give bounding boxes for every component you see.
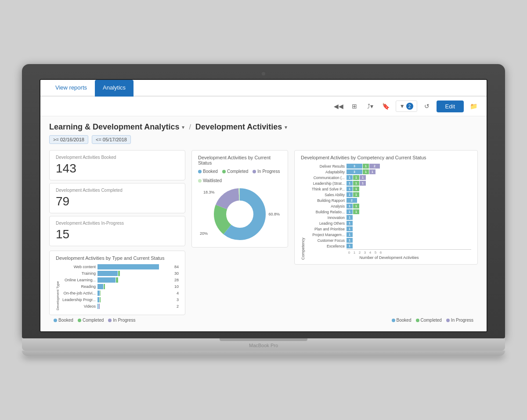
comp-legend-completed-dot: [416, 319, 419, 322]
svg-point-4: [227, 201, 253, 227]
competency-chart-body: Competency Deliver Results 3 1: [301, 164, 471, 260]
comp-row-sales: Sales Ability 1 1: [307, 192, 471, 197]
comp-seg-booked-lead: 1: [347, 181, 353, 186]
comp-name-analysis: Analysis: [307, 204, 347, 208]
comp-row-adapt: Adaptability 3 1 1: [307, 169, 471, 174]
breadcrumb-title-arrow[interactable]: ▾: [182, 124, 184, 130]
comp-seg-completed-building: 1: [353, 209, 359, 214]
comp-seg-booked-innovation: 1: [347, 215, 353, 220]
donut-svg: [211, 186, 268, 243]
competency-x-label: Number of Development Activities: [307, 255, 471, 260]
comp-chart-legend: Booked Completed In Progress: [392, 318, 473, 323]
comp-seg-booked-building: 1: [347, 209, 353, 214]
laptop-bottom: [22, 351, 505, 356]
tab-analytics[interactable]: Analytics: [95, 80, 134, 97]
legend-completed-label: Completed: [227, 169, 248, 174]
right-panel: Development Activities by Competency and…: [294, 150, 478, 315]
comp-legend-booked: Booked: [392, 318, 411, 323]
comp-seg-inprogress-adapt: 1: [369, 169, 375, 174]
comp-legend-booked-label: Booked: [397, 318, 411, 323]
laptop-base: MacBook Pro: [22, 338, 505, 351]
bar-row-training: Training 30: [61, 271, 179, 276]
comp-bars-excellence: 1: [347, 244, 353, 248]
comp-bars-lead: 1 1 1: [347, 181, 366, 186]
comp-seg-booked-deliver: 3: [347, 164, 362, 169]
metric-booked-value: 143: [56, 162, 179, 176]
comp-name-adapt: Adaptability: [307, 170, 347, 174]
bar-row-reading: Reading 10: [61, 284, 179, 289]
comp-row-deliver: Deliver Results 3 1 2: [307, 164, 471, 169]
date-filter-to[interactable]: <= 05/17/2018: [92, 135, 131, 144]
type-legend-inprogress-label: In Progress: [113, 318, 135, 323]
bar-label-online: Online Learning...: [61, 278, 96, 282]
bar-completed-online: [116, 277, 118, 283]
breadcrumb-title: Learning & Development Analytics: [49, 122, 179, 132]
bar-segs-leadership: [97, 297, 174, 302]
date-filter-from[interactable]: >= 02/16/2018: [49, 135, 88, 144]
refresh-icon[interactable]: ↺: [421, 100, 433, 112]
comp-bars-adapt: 3 1 1: [347, 169, 375, 174]
bar-completed-training: [118, 271, 120, 276]
folder-icon[interactable]: 📁: [467, 100, 480, 112]
back-icon[interactable]: ◀◀: [332, 100, 345, 112]
type-chart-body: Development Type Web content: [56, 264, 179, 310]
legend-booked-dot: [198, 170, 202, 173]
metric-inprogress: Development Activities In-Progress 15: [49, 216, 185, 246]
breadcrumb-subtitle: Development Activities: [195, 122, 282, 132]
x-tick-1: 1: [352, 251, 357, 255]
copy-icon[interactable]: ⊞: [348, 100, 361, 112]
bar-val-reading: 10: [174, 284, 179, 289]
legend-waitlisted-label: Waitlisted: [203, 178, 222, 183]
comp-bars-innovation: 1: [347, 215, 353, 220]
comp-legend-booked-dot: [392, 319, 395, 322]
bar-completed-otj: [100, 291, 101, 296]
bar-label-web-content: Web content: [61, 265, 96, 269]
bar-segs-training: [97, 271, 172, 276]
breadcrumb-sub-arrow[interactable]: ▾: [285, 124, 287, 130]
comp-seg-completed-think: 1: [353, 187, 359, 191]
breadcrumb-sep: /: [189, 123, 191, 131]
bar-booked-otj: [97, 291, 100, 296]
competency-y-label: Competency: [301, 164, 305, 260]
bar-label-videos: Videos: [61, 304, 96, 309]
metric-completed: Development Activities Completed 79: [49, 183, 185, 213]
breadcrumb: Learning & Development Analytics ▾ / Dev…: [49, 122, 478, 132]
donut-label-60: 60.8%: [268, 212, 280, 216]
metric-inprogress-value: 15: [56, 227, 179, 241]
type-legend-completed: Completed: [78, 318, 104, 323]
comp-bars-rapport: 2: [347, 198, 357, 203]
comp-bars-customer: 1: [347, 238, 353, 243]
filter-count: 2: [406, 103, 413, 110]
legend-waitlisted-dot: [198, 179, 202, 183]
comp-row-lead: Leadership (Strat... 1 1 1: [307, 181, 471, 186]
comp-seg-booked-think: 1: [347, 187, 353, 191]
filter-button[interactable]: ▼ 2: [396, 101, 417, 112]
tab-view-reports[interactable]: View reports: [47, 80, 95, 97]
type-legend-completed-dot: [78, 319, 81, 322]
edit-button[interactable]: Edit: [437, 101, 464, 112]
type-legend-booked-dot: [54, 319, 57, 322]
comp-name-excellence: Excellence: [307, 244, 347, 248]
middle-panel: Development Activities by Current Status…: [191, 150, 288, 315]
type-legend-inprogress-dot: [108, 319, 112, 322]
donut-label-18: 18.3%: [203, 190, 215, 194]
comp-row-customer: Customer Focus 1: [307, 238, 471, 243]
bar-val-leadership: 3: [177, 298, 179, 302]
comp-seg-inprogress-lead: 1: [360, 181, 366, 186]
bookmark-icon[interactable]: 🔖: [380, 100, 392, 112]
comp-row-plan: Plan and Prioritise 1: [307, 226, 471, 231]
comp-name-project: Project Managem...: [307, 233, 347, 237]
bar-label-otj: On-the-job Activi...: [61, 291, 96, 295]
comp-legend-completed-label: Completed: [421, 318, 442, 323]
bar-booked-training: [97, 271, 118, 276]
bar-row-web-content: Web content 84: [61, 264, 179, 269]
laptop-brand-label: MacBook Pro: [249, 343, 278, 348]
x-tick-2: 2: [357, 251, 362, 255]
comp-seg-completed-adapt: 1: [363, 169, 369, 174]
comp-seg-completed-analysis: 1: [353, 204, 359, 208]
share-icon[interactable]: ⤴▾: [364, 100, 376, 112]
type-legend-booked: Booked: [54, 318, 73, 323]
type-chart-legend: Booked Completed In Progress: [54, 318, 135, 323]
metrics-panel: Development Activities Booked 143 Develo…: [49, 150, 185, 246]
metric-completed-value: 79: [56, 194, 179, 208]
